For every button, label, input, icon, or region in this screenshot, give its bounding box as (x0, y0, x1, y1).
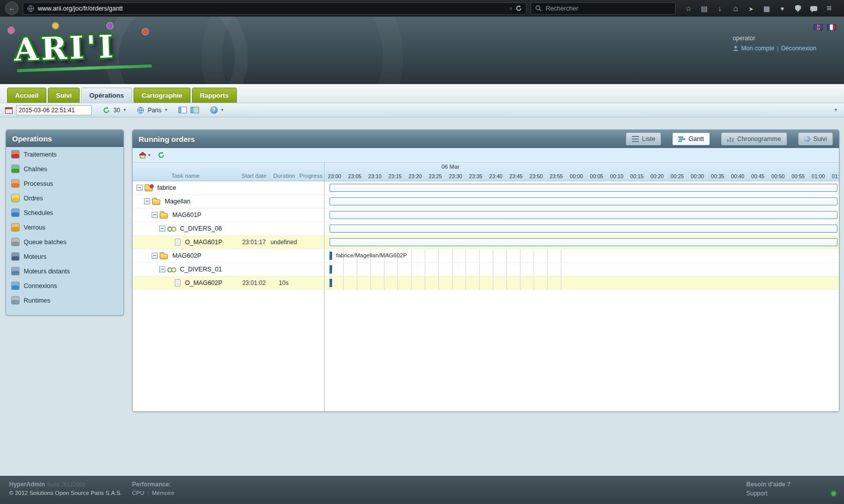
share-button[interactable] (744, 2, 758, 15)
collapse-icon[interactable] (159, 226, 165, 232)
reload-icon[interactable] (515, 5, 522, 12)
column-progress[interactable]: Progress (299, 173, 323, 179)
apps-button[interactable] (760, 2, 773, 15)
url-text[interactable]: www.arii.org/joc/fr/orders/gantt (38, 5, 506, 12)
gantt-bar[interactable] (330, 238, 837, 246)
view-button-suivi[interactable]: Suivi (798, 132, 833, 146)
refresh-interval-caret-icon[interactable] (123, 108, 126, 112)
logout-link[interactable]: Déconnexion (781, 45, 816, 52)
sidebar-item-ordres[interactable]: Ordres (6, 191, 123, 205)
auto-refresh-icon[interactable] (103, 107, 110, 114)
view-button-gantt[interactable]: Gantt (672, 132, 710, 146)
tab-accueil[interactable]: Accueil (7, 88, 46, 103)
account-link[interactable]: Mon compte (741, 45, 774, 52)
gantt-row-o-mag602p[interactable]: O_MAG602P23:01:0210s (133, 276, 839, 290)
french-flag-icon[interactable] (827, 24, 836, 30)
url-bar[interactable]: www.arii.org/joc/fr/orders/gantt (23, 3, 527, 15)
refresh-icon[interactable] (158, 152, 165, 159)
menu-button[interactable] (822, 2, 836, 15)
timezone-value[interactable]: Paris (148, 107, 161, 114)
order-icon (175, 239, 180, 246)
gantt-bar[interactable] (330, 252, 332, 260)
flower-icon (52, 23, 58, 28)
tab-cartographie[interactable]: Cartographie (134, 88, 190, 103)
sidebar-item-schedules[interactable]: Schedules (6, 205, 123, 220)
layout-columns-icon[interactable] (178, 107, 187, 113)
column-task-name[interactable]: Task name (133, 173, 238, 179)
app-logo[interactable]: ARI'I (14, 28, 116, 68)
sidebar-item-moteurs-distants[interactable]: Moteurs distants (6, 264, 123, 278)
gantt-bar[interactable] (330, 211, 837, 219)
gantt-row-mag601p[interactable]: MAG601P (133, 208, 839, 222)
sidebar-item-queue-batches[interactable]: Queue batches (6, 235, 123, 249)
time-tick: 00:25 (667, 173, 687, 179)
gantt-row-c-divers-06[interactable]: C_DIVERS_06 (133, 222, 839, 236)
collapse-icon[interactable] (137, 185, 143, 191)
column-start-date[interactable]: Start date (238, 173, 270, 179)
time-tick: 00:20 (647, 173, 667, 179)
collapse-icon[interactable] (152, 253, 158, 259)
collapse-icon[interactable] (159, 266, 165, 272)
tab-suivi[interactable]: Suivi (48, 88, 80, 103)
calendar-icon[interactable] (5, 107, 13, 114)
gantt-row-fabrice[interactable]: fabrice (133, 181, 839, 195)
gantt-bar[interactable] (330, 184, 837, 192)
collapse-icon[interactable] (152, 212, 158, 218)
gantt-row-o-mag601p[interactable]: O_MAG601P23:01:17undefined (133, 236, 839, 249)
sidebar-item-moteurs[interactable]: Moteurs (6, 249, 123, 264)
help-title: Besoin d'aide ? (746, 481, 836, 488)
refresh-interval-value[interactable]: 30 (113, 107, 120, 114)
url-dropdown-icon[interactable] (509, 5, 512, 12)
time-tick: 23:20 (405, 173, 425, 179)
timezone-caret-icon[interactable] (165, 108, 167, 112)
footer-link-cpu[interactable]: CPU (132, 490, 144, 496)
toolbar-more-caret-icon[interactable] (221, 108, 224, 112)
gantt-bar[interactable] (330, 265, 332, 273)
browser-home-button[interactable] (729, 2, 742, 15)
back-button[interactable] (5, 2, 19, 15)
expander-spacer (167, 239, 173, 245)
tab-operations[interactable]: Opérations (81, 88, 132, 103)
english-flag-icon[interactable] (814, 24, 823, 30)
gantt-bar[interactable] (330, 197, 837, 205)
chat-bubble-icon (810, 6, 817, 11)
downloads-button[interactable] (713, 2, 727, 15)
search-bar[interactable] (531, 3, 676, 15)
tree-cell: O_MAG601P23:01:17undefined (133, 236, 324, 249)
home-button[interactable] (139, 152, 151, 159)
sidebar-item-traitements[interactable]: Traitements (6, 147, 123, 162)
support-link[interactable]: Support (746, 490, 767, 497)
start-date-cell: 23:01:02 (238, 279, 270, 286)
footer-link-memoire[interactable]: Mémoire (152, 490, 174, 496)
gantt-toolbar (133, 148, 839, 163)
sidebar-item-label: Schedules (24, 209, 53, 217)
sidebar-item-processus[interactable]: Processus (6, 176, 123, 191)
toolbar-collapse-icon[interactable] (834, 108, 837, 112)
queue-batches-icon (12, 238, 19, 246)
bookmark-button[interactable] (682, 2, 695, 15)
help-icon[interactable] (210, 106, 218, 114)
gantt-row-magellan[interactable]: Magellan (133, 195, 839, 208)
gantt-bar[interactable] (330, 279, 332, 287)
protection-button[interactable] (791, 2, 805, 15)
sidebar-item-connexions[interactable]: Connexions (6, 278, 123, 293)
view-button-liste[interactable]: Liste (626, 132, 661, 146)
reading-list-button[interactable] (697, 2, 711, 15)
toolbar-overflow-button[interactable] (775, 2, 789, 15)
search-input[interactable] (545, 5, 671, 13)
layout-panels-icon[interactable] (190, 107, 199, 113)
tab-rapports[interactable]: Rapports (192, 88, 237, 103)
gantt-row-c-divers-01[interactable]: C_DIVERS_01 (133, 263, 839, 276)
time-tick: 23:15 (385, 173, 405, 179)
collapse-icon[interactable] (144, 198, 150, 204)
sidebar-item-chaines[interactable]: Chaînes (6, 162, 123, 176)
gantt-bar[interactable] (330, 225, 837, 233)
view-button-chronogramme[interactable]: Chronogramme (721, 132, 787, 146)
browser-window: www.arii.org/joc/fr/orders/gantt ARI'I (0, 0, 844, 504)
column-duration[interactable]: Duration (270, 173, 299, 179)
sidebar-item-verrous[interactable]: Verrous (6, 220, 123, 235)
datetime-input[interactable] (16, 105, 92, 115)
gantt-row-mag602p[interactable]: MAG602Pfabrice/Magellan/MAG602P (133, 249, 839, 263)
messages-button[interactable] (807, 2, 820, 15)
sidebar-item-runtimes[interactable]: Runtimes (6, 293, 123, 308)
